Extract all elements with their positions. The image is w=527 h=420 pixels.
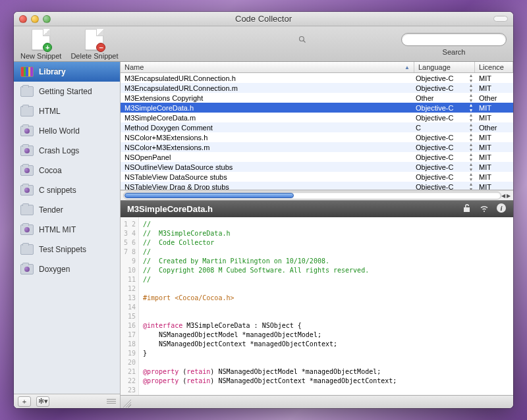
cell-licence: MIT: [475, 163, 503, 171]
sidebar-item-cocoa[interactable]: Cocoa: [14, 161, 120, 180]
stepper-icon[interactable]: ▴▾: [467, 172, 475, 182]
cell-language: Objective-C: [412, 173, 467, 181]
stepper-icon[interactable]: ▴▾: [467, 182, 475, 191]
table-row[interactable]: NSOpenPanelObjective-C▴▾MIT: [121, 152, 513, 162]
cell-name: M3SimpleCoreData.h: [121, 104, 412, 112]
table-row[interactable]: NSColor+M3Extensions.hObjective-C▴▾MIT: [121, 132, 513, 142]
search-input[interactable]: [401, 33, 507, 46]
table-row[interactable]: M3EncapsulatedURLConnection.hObjective-C…: [121, 73, 513, 83]
scroll-track[interactable]: [123, 192, 501, 199]
search-icon: [298, 36, 306, 43]
code-view[interactable]: 1 2 3 4 5 6 7 8 9 10 11 12 13 14 15 16 1…: [121, 217, 513, 395]
sidebar-item-library[interactable]: Library: [14, 62, 120, 82]
stepper-icon[interactable]: ▴▾: [467, 83, 475, 93]
scroll-left-icon[interactable]: ◀: [501, 193, 507, 199]
cell-licence: MIT: [475, 183, 503, 191]
cell-language: Other: [412, 94, 467, 102]
table-row[interactable]: NSTableView Drag & Drop stubsObjective-C…: [121, 182, 513, 190]
sidebar-item-html-mit[interactable]: HTML MIT: [14, 220, 120, 240]
sidebar-item-label: Hello World: [39, 126, 80, 136]
cell-licence: MIT: [475, 173, 503, 181]
new-snippet-button[interactable]: + New Snippet: [20, 29, 61, 60]
stepper-icon[interactable]: ▴▾: [467, 113, 475, 123]
add-button[interactable]: +: [18, 396, 31, 407]
stepper-icon[interactable]: ▴▾: [467, 93, 475, 103]
search-group: Search: [401, 33, 507, 56]
cell-licence: MIT: [475, 114, 503, 122]
table-body[interactable]: M3EncapsulatedURLConnection.hObjective-C…: [121, 73, 513, 190]
cell-licence: Other: [475, 94, 503, 102]
scroll-thumb[interactable]: [125, 193, 294, 198]
scroll-right-icon[interactable]: ▶: [507, 193, 512, 199]
sidebar-resize-handle[interactable]: [107, 399, 116, 404]
delete-snippet-label: Delete Snippet: [70, 52, 118, 60]
cell-licence: MIT: [475, 144, 503, 151]
sidebar-item-label: HTML MIT: [39, 225, 76, 234]
folder-icon: [20, 126, 34, 136]
table-row[interactable]: M3SimpleCoreData.hObjective-C▴▾MIT: [121, 103, 513, 113]
cell-language: Objective-C: [412, 144, 467, 151]
cell-name: M3EncapsulatedURLConnection.m: [121, 84, 412, 92]
table-row[interactable]: M3EncapsulatedURLConnection.mObjective-C…: [121, 83, 513, 93]
toolbar: + New Snippet – Delete Snippet Search: [14, 26, 513, 62]
wifi-icon[interactable]: [479, 203, 489, 215]
titlebar[interactable]: Code Collector: [14, 12, 513, 26]
sidebar-item-crash-logs[interactable]: Crash Logs: [14, 141, 120, 161]
cell-name: M3SimpleCoreData.m: [121, 114, 412, 122]
table-row[interactable]: M3SimpleCoreData.mObjective-C▴▾MIT: [121, 113, 513, 122]
cell-language: C: [412, 124, 467, 132]
table-row[interactable]: Method Doxygen CommentC▴▾Other: [121, 122, 513, 132]
unlock-icon[interactable]: [462, 203, 472, 215]
cell-licence: MIT: [475, 74, 503, 82]
cell-name: M3EncapsulatedURLConnection.h: [121, 74, 412, 82]
stepper-icon[interactable]: ▴▾: [467, 132, 475, 143]
horizontal-scrollbar[interactable]: ◀▶: [121, 190, 513, 200]
column-language[interactable]: Language: [414, 62, 475, 72]
stepper-icon[interactable]: ▴▾: [467, 142, 475, 153]
search-label: Search: [443, 48, 466, 56]
sidebar-item-getting-started[interactable]: Getting Started: [14, 82, 120, 101]
folder-icon: [20, 106, 34, 117]
sidebar-item-hello-world[interactable]: Hello World: [14, 121, 120, 141]
table-row[interactable]: NSTableView DataSource stubsObjective-C▴…: [121, 172, 513, 182]
stepper-icon[interactable]: ▴▾: [467, 162, 475, 172]
sidebar-item-label: Test Snippets: [39, 245, 86, 254]
code-content[interactable]: // // M3SimpleCoreData.h // Code Collect…: [139, 217, 513, 395]
sidebar-item-label: Doxygen: [39, 265, 70, 274]
table-row[interactable]: NSColor+M3Extensions.mObjective-C▴▾MIT: [121, 142, 513, 152]
cell-language: Objective-C: [412, 183, 467, 191]
resize-grip-icon[interactable]: [121, 397, 131, 407]
table-row[interactable]: NSOutlineView DataSource stubsObjective-…: [121, 162, 513, 172]
cell-language: Objective-C: [412, 153, 467, 161]
action-menu-button[interactable]: ✻▾: [36, 396, 49, 407]
table-row[interactable]: M3Extensions CopyrightOther▴▾Other: [121, 93, 513, 103]
stepper-icon[interactable]: ▴▾: [467, 152, 475, 163]
folder-icon: [20, 185, 34, 196]
detail-header: M3SimpleCoreData.h i: [121, 200, 513, 217]
stepper-icon[interactable]: ▴▾: [467, 73, 475, 84]
cell-language: Objective-C: [412, 104, 467, 112]
line-gutter: 1 2 3 4 5 6 7 8 9 10 11 12 13 14 15 16 1…: [121, 217, 139, 395]
cell-name: NSColor+M3Extensions.h: [121, 134, 412, 142]
table-header: Name Language Licence: [121, 62, 513, 73]
folder-icon: [20, 86, 34, 97]
sidebar-item-html[interactable]: HTML: [14, 101, 120, 121]
cell-language: Objective-C: [412, 134, 467, 142]
folder-icon: [20, 145, 34, 156]
folder-icon: [20, 244, 34, 255]
cell-name: NSColor+M3Extensions.m: [121, 144, 412, 151]
cell-name: M3Extensions Copyright: [121, 94, 412, 102]
stepper-icon[interactable]: ▴▾: [467, 122, 475, 133]
column-licence[interactable]: Licence: [475, 62, 513, 72]
sidebar-item-doxygen[interactable]: Doxygen: [14, 259, 120, 279]
delete-snippet-button[interactable]: – Delete Snippet: [70, 29, 118, 60]
sidebar-item-test-snippets[interactable]: Test Snippets: [14, 240, 120, 259]
sidebar-item-tender[interactable]: Tender: [14, 200, 120, 220]
sidebar-item-c-snippets[interactable]: C snippets: [14, 180, 120, 200]
stepper-icon[interactable]: ▴▾: [467, 103, 475, 113]
column-name[interactable]: Name: [121, 62, 414, 72]
library-icon: [20, 66, 34, 77]
info-icon[interactable]: i: [496, 203, 507, 215]
cell-name: NSOutlineView DataSource stubs: [121, 163, 412, 171]
cell-licence: MIT: [475, 153, 503, 161]
